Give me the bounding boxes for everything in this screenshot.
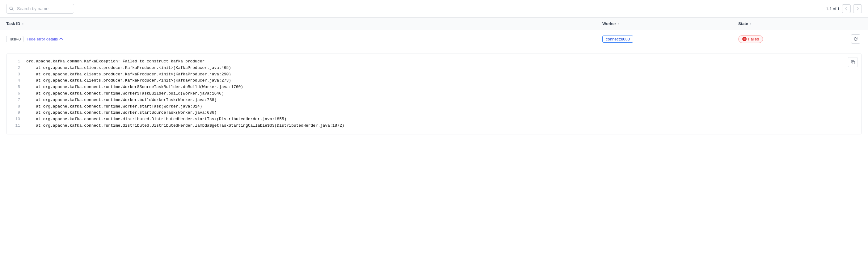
task-id-badge: Task-0 bbox=[6, 36, 24, 42]
column-header-worker: Worker ↕ bbox=[596, 18, 732, 30]
line-content: at org.apache.kafka.clients.producer.Kaf… bbox=[26, 78, 231, 84]
worker-cell: connect:8083 bbox=[596, 30, 732, 48]
code-line: 8 at org.apache.kafka.connect.runtime.Wo… bbox=[13, 104, 855, 110]
line-number: 5 bbox=[13, 84, 20, 90]
copy-button[interactable] bbox=[848, 57, 858, 67]
line-number: 6 bbox=[13, 90, 20, 97]
line-content: at org.apache.kafka.connect.runtime.Work… bbox=[26, 90, 224, 97]
error-code-block: 1org.apache.kafka.common.KafkaException:… bbox=[6, 54, 862, 134]
pagination-controls: 1-1 of 1 bbox=[826, 4, 862, 13]
state-failed-icon: ✕ bbox=[742, 37, 747, 41]
line-content: at org.apache.kafka.connect.runtime.Work… bbox=[26, 97, 217, 104]
state-cell: ✕ Failed bbox=[732, 30, 843, 48]
svg-line-1 bbox=[12, 9, 13, 10]
line-content: at org.apache.kafka.connect.runtime.Work… bbox=[26, 104, 202, 110]
code-line: 10 at org.apache.kafka.connect.runtime.d… bbox=[13, 116, 855, 123]
pagination-text: 1-1 of 1 bbox=[826, 6, 840, 11]
line-number: 2 bbox=[13, 65, 20, 71]
line-content: at org.apache.kafka.connect.runtime.Work… bbox=[26, 110, 217, 116]
hide-error-button[interactable]: Hide error details bbox=[27, 37, 63, 41]
line-number: 11 bbox=[13, 123, 20, 129]
state-badge: ✕ Failed bbox=[738, 35, 763, 43]
line-number: 8 bbox=[13, 104, 20, 110]
column-header-state: State ↕ bbox=[732, 18, 843, 30]
line-content: org.apache.kafka.common.KafkaException: … bbox=[26, 58, 205, 65]
top-bar: 1-1 of 1 bbox=[0, 0, 868, 18]
line-content: at org.apache.kafka.connect.runtime.dist… bbox=[26, 123, 344, 129]
error-detail-container: 1org.apache.kafka.common.KafkaException:… bbox=[6, 53, 862, 135]
line-number: 1 bbox=[13, 58, 20, 65]
column-label-worker: Worker bbox=[602, 21, 616, 26]
column-label-state: State bbox=[738, 21, 748, 26]
line-content: at org.apache.kafka.connect.runtime.Work… bbox=[26, 84, 243, 90]
code-line: 6 at org.apache.kafka.connect.runtime.Wo… bbox=[13, 90, 855, 97]
pagination-prev-button[interactable] bbox=[842, 4, 851, 13]
search-icon bbox=[9, 6, 13, 11]
line-content: at org.apache.kafka.connect.runtime.dist… bbox=[26, 116, 287, 123]
pagination-next-button[interactable] bbox=[853, 4, 862, 13]
actions-cell bbox=[843, 30, 868, 48]
line-content: at org.apache.kafka.clients.producer.Kaf… bbox=[26, 65, 231, 71]
sort-icon-worker[interactable]: ↕ bbox=[618, 22, 620, 26]
table-header: Task ID ↕ Worker ↕ State ↕ bbox=[0, 18, 868, 30]
line-number: 7 bbox=[13, 97, 20, 104]
refresh-button[interactable] bbox=[851, 34, 860, 43]
sort-icon-state[interactable]: ↕ bbox=[750, 22, 752, 26]
search-input[interactable] bbox=[6, 4, 74, 13]
line-content: at org.apache.kafka.clients.producer.Kaf… bbox=[26, 71, 231, 78]
hide-error-label: Hide error details bbox=[27, 37, 58, 41]
code-line: 7 at org.apache.kafka.connect.runtime.Wo… bbox=[13, 97, 855, 104]
search-container bbox=[6, 4, 74, 13]
line-number: 10 bbox=[13, 116, 20, 123]
sort-icon-task-id[interactable]: ↕ bbox=[22, 22, 24, 26]
code-line: 5 at org.apache.kafka.connect.runtime.Wo… bbox=[13, 84, 855, 90]
line-number: 4 bbox=[13, 78, 20, 84]
svg-rect-2 bbox=[852, 61, 855, 64]
state-label: Failed bbox=[748, 37, 759, 41]
line-number: 9 bbox=[13, 110, 20, 116]
code-line: 3 at org.apache.kafka.clients.producer.K… bbox=[13, 71, 855, 78]
code-line: 9 at org.apache.kafka.connect.runtime.Wo… bbox=[13, 110, 855, 116]
column-header-actions bbox=[843, 18, 868, 30]
code-line: 4 at org.apache.kafka.clients.producer.K… bbox=[13, 78, 855, 84]
column-header-task-id: Task ID ↕ bbox=[0, 18, 596, 30]
code-line: 2 at org.apache.kafka.clients.producer.K… bbox=[13, 65, 855, 71]
code-line: 11 at org.apache.kafka.connect.runtime.d… bbox=[13, 123, 855, 129]
code-line: 1org.apache.kafka.common.KafkaException:… bbox=[13, 58, 855, 65]
line-number: 3 bbox=[13, 71, 20, 78]
table-row: Task-0 Hide error details connect:8083 ✕… bbox=[0, 30, 868, 48]
column-label-task-id: Task ID bbox=[6, 21, 20, 26]
svg-point-0 bbox=[9, 7, 12, 9]
worker-badge: connect:8083 bbox=[602, 35, 633, 42]
task-id-cell: Task-0 Hide error details bbox=[0, 30, 596, 48]
